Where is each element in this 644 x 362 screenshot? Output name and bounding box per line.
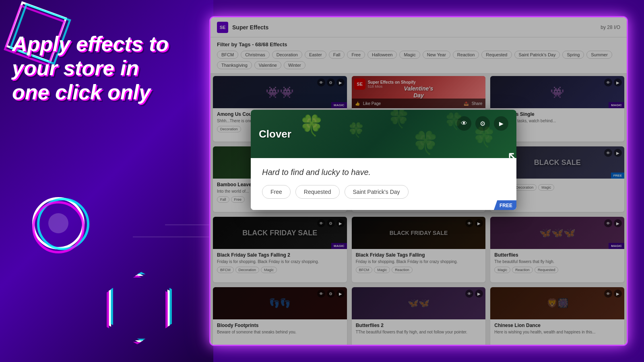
clover-modal: 🍀 🍀 🍀 🍀 🍀 🍀 Clover 👁 ⚙ ▶ ↖ [251, 110, 516, 210]
modal-free-badge: FREE [494, 200, 516, 210]
clover-tags: Free Requested Saint Patrick's Day [262, 185, 505, 199]
modal-overlay[interactable]: 🍀 🍀 🍀 🍀 🍀 🍀 Clover 👁 ⚙ ▶ ↖ [211, 17, 627, 345]
hex-offset-cyan [109, 274, 165, 338]
clover-tag-stpatricks[interactable]: Saint Patrick's Day [345, 185, 409, 199]
clover-sym-4: 🍀 [412, 130, 440, 156]
clover-preview-btn[interactable]: 👁 [457, 116, 471, 131]
circle-inner [48, 213, 68, 233]
clover-tagline: Hard to find and lucky to have. [262, 168, 505, 177]
hero-text: Apply effects to your store in one click… [12, 32, 205, 104]
clover-header: 🍀 🍀 🍀 🍀 🍀 🍀 Clover 👁 ⚙ ▶ ↖ [251, 110, 516, 158]
app-panel: SE Super Effects by 28 I/O Filter by Tag… [209, 16, 628, 346]
deco-line-1 [133, 237, 213, 237]
clover-sym-3: 🍀 [388, 110, 410, 129]
hero-line1: Apply effects to [12, 32, 169, 56]
glitch-circle-decoration [32, 197, 85, 249]
clover-body: Hard to find and lucky to have. Free Req… [251, 158, 516, 210]
glitch-hex-decoration [109, 274, 165, 338]
clover-header-actions: 👁 ⚙ ▶ [457, 116, 508, 131]
left-panel: Apply effects to your store in one click… [0, 0, 213, 362]
clover-settings-btn[interactable]: ⚙ [475, 116, 490, 131]
clover-modal-title: Clover [259, 128, 291, 140]
deco-line-2 [165, 224, 213, 225]
clover-sym-2: 🍀 [347, 122, 365, 138]
clover-sym-1: 🍀 [299, 114, 324, 137]
clover-tag-requested[interactable]: Requested [295, 185, 340, 199]
clover-tag-free[interactable]: Free [262, 185, 291, 199]
clover-play-btn[interactable]: ▶ [494, 116, 508, 131]
hero-line2: your store in [12, 56, 139, 80]
hero-line3: one click only [12, 80, 151, 104]
